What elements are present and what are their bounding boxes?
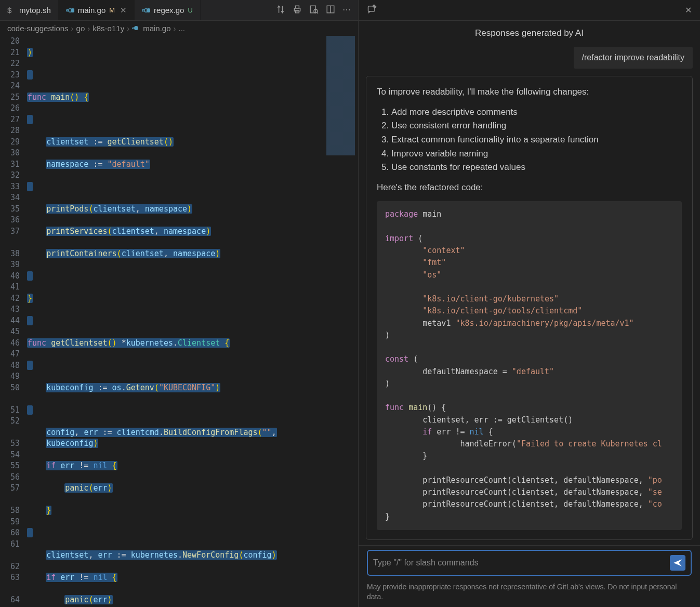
chevron-right-icon: › (127, 24, 129, 33)
input-area (359, 545, 700, 578)
minimap[interactable] (326, 36, 355, 155)
tab-untracked-status: U (188, 6, 192, 14)
tab-label: mytop.sh (19, 6, 51, 15)
compare-icon[interactable] (276, 5, 285, 16)
ai-panel: ✕ Responses generated by AI /refactor im… (359, 0, 700, 607)
ai-panel-title: Responses generated by AI (359, 21, 700, 44)
editor-panel: $ mytop.sh main.go M ✕ regex.go U (0, 0, 359, 607)
tab-main-go[interactable]: main.go M ✕ (59, 0, 135, 20)
close-icon[interactable]: ✕ (120, 6, 127, 15)
breadcrumb-item[interactable]: code-suggestions (7, 24, 69, 33)
print-icon[interactable] (293, 5, 302, 16)
code-area[interactable]: ) func main() { clientset := getClientse… (27, 36, 358, 607)
breadcrumb-item[interactable]: ... (179, 24, 186, 33)
chevron-right-icon: › (71, 24, 74, 33)
tab-actions: ⋯ (276, 5, 358, 16)
go-icon (142, 6, 150, 15)
list-item: Add more descriptive comments (391, 106, 682, 119)
send-button[interactable] (670, 555, 685, 571)
list-item: Use constants for repeated values (391, 161, 682, 174)
tab-mytop-sh[interactable]: $ mytop.sh (0, 0, 59, 20)
split-editor-icon[interactable] (326, 5, 335, 16)
svg-rect-1 (296, 6, 299, 8)
code-editor[interactable]: 2021222324252627282930313233343536373839… (0, 36, 358, 607)
ai-code-block[interactable]: package main import ( "context" "fmt" "o… (377, 201, 682, 530)
line-numbers: 2021222324252627282930313233343536373839… (0, 36, 27, 607)
ai-intro: To improve readability, I'll make the fo… (377, 86, 682, 99)
breadcrumb[interactable]: code-suggestions › go › k8s-o11y › main.… (0, 21, 358, 36)
send-icon (673, 558, 682, 568)
ai-panel-header: ✕ (359, 0, 700, 21)
ai-response: To improve readability, I'll make the fo… (366, 76, 693, 540)
breadcrumb-item[interactable]: go (76, 24, 85, 33)
shell-icon: $ (7, 6, 16, 15)
list-item: Improve variable naming (391, 148, 682, 161)
list-item: Extract common functionality into a sepa… (391, 134, 682, 147)
more-icon[interactable]: ⋯ (342, 5, 351, 16)
tab-regex-go[interactable]: regex.go U (135, 0, 201, 20)
tab-label: regex.go (154, 6, 184, 15)
list-item: Use consistent error handling (391, 120, 682, 133)
breadcrumb-item[interactable]: k8s-o11y (93, 24, 124, 33)
close-icon[interactable]: ✕ (685, 5, 692, 15)
chevron-right-icon: › (174, 24, 176, 33)
user-prompt-chip: /refactor improve readability (574, 47, 693, 69)
ai-content: /refactor improve readability To improve… (359, 44, 700, 545)
chat-input-box[interactable] (367, 550, 692, 576)
chevron-right-icon: › (87, 24, 90, 33)
go-icon (132, 24, 140, 33)
tab-modified-status: M (109, 6, 115, 14)
chat-input[interactable] (373, 558, 670, 568)
new-chat-icon[interactable] (367, 4, 377, 17)
disclaimer: May provide inappropriate responses not … (359, 578, 700, 607)
breadcrumb-item[interactable]: main.go (143, 24, 170, 33)
go-icon (66, 6, 74, 15)
ai-outro: Here's the refactored code: (377, 181, 682, 194)
ai-changes-list: Add more descriptive comments Use consis… (391, 106, 682, 174)
tab-label: main.go (78, 6, 105, 15)
search-file-icon[interactable] (309, 5, 319, 16)
editor-tabs: $ mytop.sh main.go M ✕ regex.go U (0, 0, 358, 21)
svg-rect-2 (296, 10, 299, 13)
